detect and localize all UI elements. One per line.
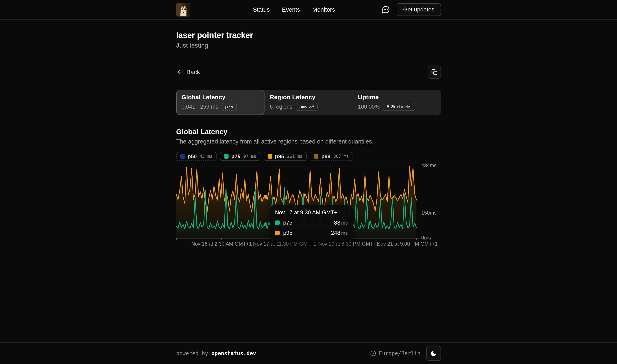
legend-value: 43 ms [199, 154, 212, 159]
quantiles-link[interactable]: quantiles [348, 138, 372, 145]
tooltip-row-p75: p75 83ms [275, 220, 348, 226]
tooltip-title: Nov 17 at 9:30 AM GMT+1 [275, 209, 348, 216]
top-nav: Status Events Monitors Get updates [0, 0, 617, 20]
x-tick-label: Nov 16 at 2:30 AM GMT+1 [191, 241, 252, 247]
main-content: laser pointer tracker Just testing Back [0, 20, 617, 342]
tooltip-row-p95: p95 248ms [275, 230, 348, 236]
page-title: laser pointer tracker [176, 31, 441, 40]
legend-chip-p99[interactable]: p99307 ms [310, 152, 353, 161]
p75-swatch [224, 154, 229, 159]
p99-swatch [314, 154, 318, 159]
tab-title: Region Latency [270, 94, 347, 101]
legend-chip-p75[interactable]: p7597 ms [220, 152, 260, 161]
back-button[interactable]: Back [176, 69, 200, 76]
tab-value: 0.041 - 259 ms [182, 104, 218, 110]
legend-chip-p95[interactable]: p95261 ms [264, 152, 307, 161]
tooltip-p75-value: 83ms [334, 220, 348, 226]
y-tick-label: 150ms [421, 210, 437, 216]
tab-uptime[interactable]: Uptime 100.00% 6.2k checks [353, 90, 441, 115]
chart-legend: p5043 msp7597 msp95261 msp99307 ms [176, 152, 441, 161]
status-page: Status Events Monitors Get updates [0, 0, 617, 364]
back-label: Back [186, 69, 200, 76]
legend-value: 97 ms [243, 154, 256, 159]
checks-badge: 6.2k checks [383, 103, 415, 111]
copy-link-button[interactable] [428, 65, 441, 78]
y-tick-label: 434ms [421, 163, 437, 169]
chart-tooltip: Nov 17 at 9:30 AM GMT+1 p75 83ms p95 248… [270, 205, 353, 241]
footer: powered by openstatus.dev Europe/Berlin [0, 342, 617, 364]
chart-section-title: Global Latency [176, 128, 441, 136]
theme-toggle-button[interactable] [426, 346, 441, 361]
clock-icon [370, 351, 376, 356]
p50-swatch [180, 154, 185, 159]
cat-logo-image [177, 3, 190, 16]
tab-value: 6 regions [270, 104, 292, 110]
feedback-chat-button[interactable] [381, 5, 390, 14]
nav-link-monitors[interactable]: Monitors [312, 6, 335, 13]
nav-link-status[interactable]: Status [253, 6, 270, 13]
tab-title: Global Latency [182, 94, 259, 101]
chart-section-description: The aggregated latency from all active r… [176, 138, 441, 145]
p75-badge: p75 [222, 103, 237, 111]
region-badge: ams [296, 103, 318, 111]
p95-swatch [275, 231, 280, 235]
metric-tabs: Global Latency 0.041 - 259 ms p75 Region… [176, 90, 441, 115]
p75-swatch [275, 221, 280, 225]
trending-up-icon [309, 104, 314, 109]
legend-label: p95 [275, 153, 284, 160]
x-tick-label: Nov 21 at 9:00 PM GMT+1 [377, 241, 438, 247]
tab-region-latency[interactable]: Region Latency 6 regions ams [264, 90, 353, 115]
legend-label: p99 [321, 153, 330, 160]
legend-label: p50 [188, 153, 197, 160]
y-tick-label: 0ms [421, 235, 431, 241]
message-bubble-icon [381, 5, 390, 14]
moon-icon [430, 350, 437, 357]
legend-chip-p50[interactable]: p5043 ms [176, 152, 217, 161]
tab-global-latency[interactable]: Global Latency 0.041 - 259 ms p75 [176, 90, 264, 115]
site-logo[interactable] [176, 3, 190, 16]
legend-value: 307 ms [333, 154, 349, 159]
legend-label: p75 [231, 153, 241, 160]
tab-title: Uptime [358, 94, 436, 101]
arrow-left-icon [176, 69, 183, 76]
legend-value: 261 ms [287, 154, 302, 159]
tooltip-p95-value: 248ms [331, 230, 348, 236]
x-tick-label: Nov 19 at 8:30 PM GMT+1 [318, 241, 379, 247]
page-subtitle: Just testing [176, 42, 441, 49]
copy-icon [431, 69, 437, 75]
tab-value: 100.00% [358, 104, 380, 110]
timezone-display: Europe/Berlin [370, 350, 420, 356]
get-updates-button[interactable]: Get updates [397, 3, 441, 16]
nav-links: Status Events Monitors [207, 6, 381, 13]
latency-chart[interactable]: 434ms150ms0ms Nov 16 at 2:30 AM GMT+1Nov… [176, 166, 441, 251]
x-tick-label: Nov 17 at 11:30 PM GMT+1 [253, 241, 316, 247]
openstatus-link[interactable]: openstatus.dev [211, 350, 256, 356]
p95-swatch [268, 154, 272, 159]
nav-link-events[interactable]: Events [282, 6, 300, 13]
powered-by: powered by openstatus.dev [176, 350, 256, 356]
